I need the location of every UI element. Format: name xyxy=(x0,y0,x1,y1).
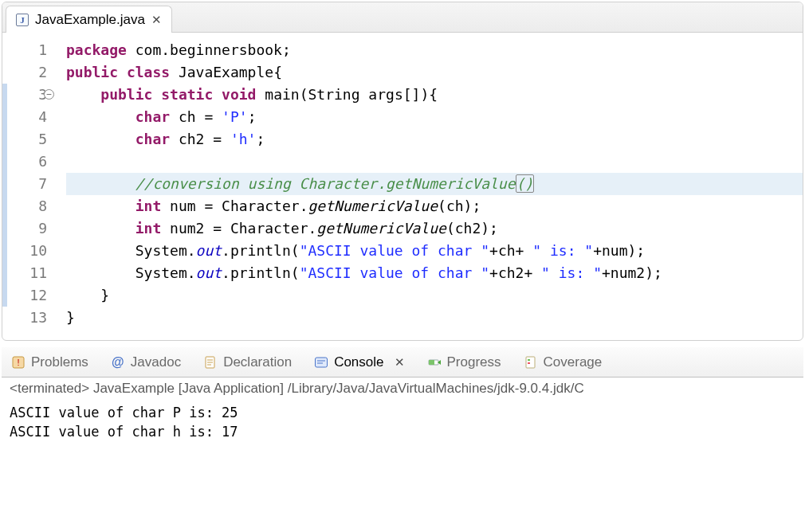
tab-javadoc[interactable]: @ Javadoc xyxy=(109,351,183,374)
editor-tab-javaexample[interactable]: J JavaExample.java ✕ xyxy=(6,6,172,33)
tab-filename: JavaExample.java xyxy=(35,12,145,28)
coverage-icon xyxy=(524,355,538,370)
problems-icon: ! xyxy=(11,355,26,370)
declaration-icon xyxy=(203,355,218,370)
fold-toggle-icon[interactable]: − xyxy=(44,89,54,100)
console-output[interactable]: ASCII value of char P is: 25 ASCII value… xyxy=(2,398,803,446)
close-icon[interactable]: ✕ xyxy=(151,13,162,27)
tab-problems[interactable]: ! Problems xyxy=(10,351,90,374)
svg-rect-6 xyxy=(316,358,328,367)
close-icon[interactable]: ✕ xyxy=(395,355,405,370)
console-status-line: <terminated> JavaExample [Java Applicati… xyxy=(2,377,803,398)
view-tab-bar: ! Problems @ Javadoc Declaration Console… xyxy=(2,347,803,377)
code-editor[interactable]: 1 2 3− 4 5 6 7 8 9 10 11 12 13 package c… xyxy=(2,33,803,340)
editor-tab-bar: J JavaExample.java ✕ xyxy=(2,2,803,33)
javadoc-icon: @ xyxy=(111,355,125,370)
tab-console[interactable]: Console ✕ xyxy=(312,351,406,374)
console-icon xyxy=(314,355,328,370)
svg-text:!: ! xyxy=(17,358,19,367)
editor-panel: J JavaExample.java ✕ 1 2 3− 4 5 6 7 8 9 … xyxy=(2,2,803,341)
line-number-gutter: 1 2 3− 4 5 6 7 8 9 10 11 12 13 xyxy=(2,39,55,329)
bottom-panel: ! Problems @ Javadoc Declaration Console… xyxy=(2,347,803,446)
progress-icon xyxy=(427,355,442,370)
highlighted-line: //conversion using Character.getNumericV… xyxy=(66,173,803,195)
tab-progress[interactable]: Progress xyxy=(426,351,503,374)
svg-rect-13 xyxy=(528,362,530,364)
svg-rect-11 xyxy=(526,357,535,368)
console-line: ASCII value of char P is: 25 xyxy=(10,403,795,422)
code-content[interactable]: package com.beginnersbook; public class … xyxy=(55,39,803,329)
java-file-icon: J xyxy=(16,14,29,26)
tab-declaration[interactable]: Declaration xyxy=(202,351,293,374)
svg-rect-12 xyxy=(528,359,530,361)
svg-rect-10 xyxy=(429,360,434,365)
console-line: ASCII value of char h is: 17 xyxy=(10,422,795,441)
tab-coverage[interactable]: Coverage xyxy=(522,351,604,374)
